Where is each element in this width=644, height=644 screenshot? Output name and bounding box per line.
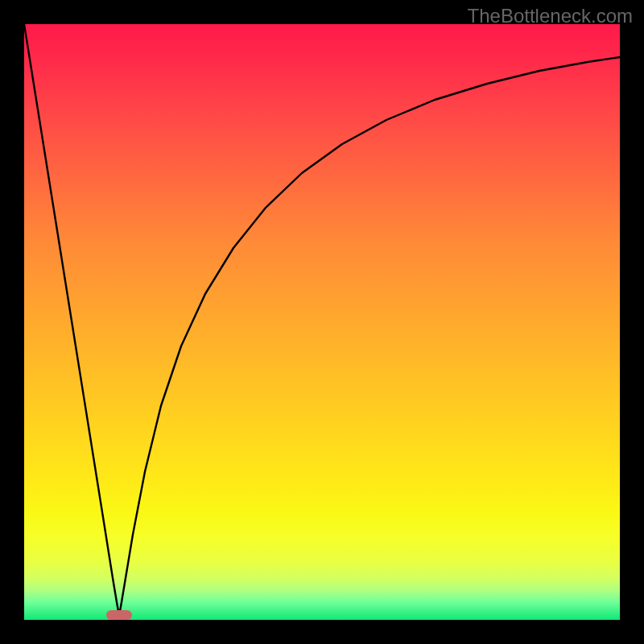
chart-frame: TheBottleneck.com xyxy=(0,0,644,644)
plot-area xyxy=(24,24,620,620)
trough-marker xyxy=(106,610,132,620)
bottleneck-curve xyxy=(24,24,620,616)
curve-layer xyxy=(24,24,620,620)
